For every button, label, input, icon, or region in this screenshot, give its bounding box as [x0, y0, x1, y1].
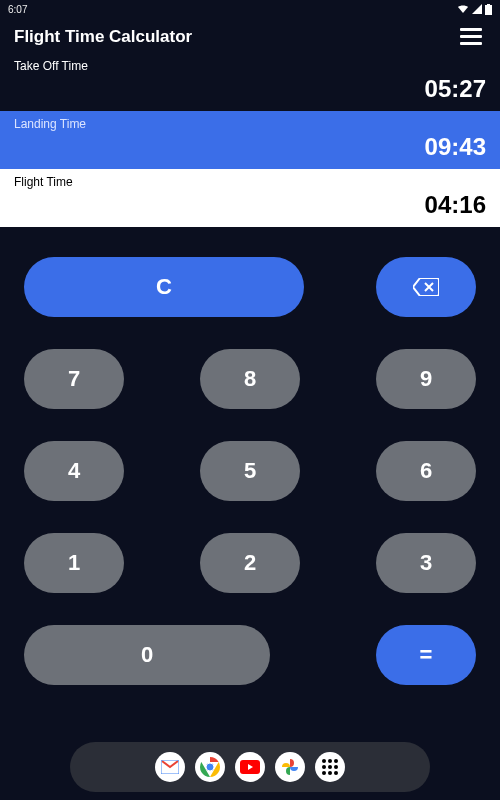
svg-point-13	[322, 771, 326, 775]
flight-value: 04:16	[14, 191, 486, 219]
key-8[interactable]: 8	[200, 349, 300, 409]
wifi-icon	[457, 4, 469, 14]
takeoff-field[interactable]: Take Off Time 05:27	[0, 53, 500, 111]
takeoff-label: Take Off Time	[14, 59, 486, 73]
key-1[interactable]: 1	[24, 533, 124, 593]
status-bar: 6:07	[0, 0, 500, 18]
key-3[interactable]: 3	[376, 533, 476, 593]
gmail-icon[interactable]	[155, 752, 185, 782]
svg-point-14	[328, 771, 332, 775]
status-time: 6:07	[8, 4, 27, 15]
key-2[interactable]: 2	[200, 533, 300, 593]
backspace-button[interactable]	[376, 257, 476, 317]
landing-label: Landing Time	[14, 117, 486, 131]
landing-value: 09:43	[14, 133, 486, 161]
takeoff-value: 05:27	[14, 75, 486, 103]
svg-rect-1	[487, 4, 490, 5]
svg-point-12	[334, 765, 338, 769]
app-title: Flight Time Calculator	[14, 27, 192, 47]
svg-point-7	[322, 759, 326, 763]
status-icons	[457, 4, 492, 15]
clear-button[interactable]: C	[24, 257, 304, 317]
menu-icon[interactable]	[456, 24, 486, 49]
key-6[interactable]: 6	[376, 441, 476, 501]
flight-label: Flight Time	[14, 175, 486, 189]
signal-icon	[472, 4, 482, 14]
backspace-icon	[413, 278, 439, 296]
battery-icon	[485, 4, 492, 15]
key-9[interactable]: 9	[376, 349, 476, 409]
key-5[interactable]: 5	[200, 441, 300, 501]
flight-field: Flight Time 04:16	[0, 169, 500, 227]
landing-field[interactable]: Landing Time 09:43	[0, 111, 500, 169]
svg-point-10	[322, 765, 326, 769]
keypad: C 7 8 9 4 5 6 1 2 3 0 =	[0, 227, 500, 742]
svg-point-8	[328, 759, 332, 763]
taskbar	[70, 742, 430, 792]
svg-point-5	[206, 763, 214, 771]
equals-button[interactable]: =	[376, 625, 476, 685]
photos-icon[interactable]	[275, 752, 305, 782]
chrome-icon[interactable]	[195, 752, 225, 782]
app-header: Flight Time Calculator	[0, 18, 500, 53]
key-7[interactable]: 7	[24, 349, 124, 409]
key-4[interactable]: 4	[24, 441, 124, 501]
svg-point-15	[334, 771, 338, 775]
svg-rect-0	[485, 5, 492, 15]
svg-point-11	[328, 765, 332, 769]
youtube-icon[interactable]	[235, 752, 265, 782]
apps-icon[interactable]	[315, 752, 345, 782]
key-0[interactable]: 0	[24, 625, 270, 685]
svg-point-9	[334, 759, 338, 763]
